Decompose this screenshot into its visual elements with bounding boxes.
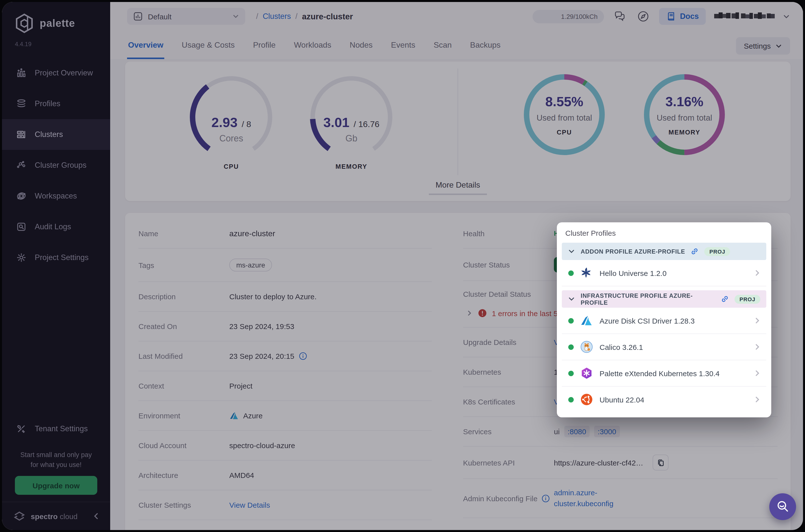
green-status-dot xyxy=(568,397,574,402)
profile-layer-name: Palette eXtended Kubernetes 1.30.4 xyxy=(599,369,747,377)
azure-logo-icon xyxy=(580,314,593,327)
ubuntu-logo-icon xyxy=(580,393,593,406)
profile-layer-palette-extended-kubernetes[interactable]: Palette eXtended Kubernetes 1.30.4 xyxy=(562,360,766,386)
infrastructure-profile-group-header[interactable]: INFRASTRUCTURE PROFILE AZURE-PROFILE PRO… xyxy=(562,290,766,308)
chevron-right-icon xyxy=(753,269,761,277)
cluster-profiles-popup: Cluster Profiles ADDON PROFILE AZURE-PRO… xyxy=(557,222,771,417)
green-status-dot xyxy=(568,344,574,349)
link-icon[interactable] xyxy=(691,247,699,255)
green-status-dot xyxy=(568,318,574,323)
cluster-profiles-title: Cluster Profiles xyxy=(565,229,766,237)
screen: palette 4.4.19 Project Overview Profiles… xyxy=(0,0,805,532)
profile-layer-name: Azure Disk CSI Driver 1.28.3 xyxy=(599,316,747,325)
profile-layer-name: Calico 3.26.1 xyxy=(599,343,747,351)
green-status-dot xyxy=(568,370,574,376)
profile-layer-name: Hello Universe 1.2.0 xyxy=(599,269,747,277)
profile-layer-azure-disk-csi[interactable]: Azure Disk CSI Driver 1.28.3 xyxy=(562,308,766,334)
infrastructure-profile-name: INFRASTRUCTURE PROFILE AZURE-PROFILE xyxy=(581,292,715,306)
link-icon[interactable] xyxy=(721,295,729,303)
green-status-dot xyxy=(568,270,574,276)
profile-layer-ubuntu[interactable]: Ubuntu 22.04 xyxy=(562,386,766,412)
calico-logo-icon xyxy=(580,340,593,353)
profile-layer-name: Ubuntu 22.04 xyxy=(599,395,747,404)
proj-scope-badge: PROJ xyxy=(705,247,730,256)
chevron-down-icon xyxy=(568,248,575,255)
addon-profile-group-header[interactable]: ADDON PROFILE AZURE-PROFILE PROJ xyxy=(562,243,766,260)
addon-profile-name: ADDON PROFILE AZURE-PROFILE xyxy=(581,248,685,255)
profile-layer-hello-universe[interactable]: Hello Universe 1.2.0 xyxy=(562,260,766,286)
chevron-right-icon xyxy=(753,343,761,351)
chevron-right-icon xyxy=(753,317,761,325)
hello-universe-logo-icon xyxy=(580,266,593,279)
chevron-right-icon xyxy=(753,396,761,403)
pxk-logo-icon xyxy=(580,367,593,380)
chevron-down-icon xyxy=(568,295,575,303)
palette-app-window: palette 4.4.19 Project Overview Profiles… xyxy=(2,2,803,530)
proj-scope-badge: PROJ xyxy=(734,294,760,303)
profile-layer-calico[interactable]: Calico 3.26.1 xyxy=(562,334,766,360)
help-search-fab[interactable] xyxy=(769,493,796,520)
chevron-right-icon xyxy=(753,369,761,377)
